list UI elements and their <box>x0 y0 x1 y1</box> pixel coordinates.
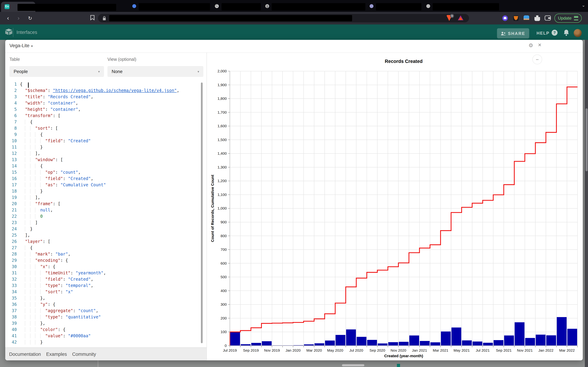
extension-phantom-icon[interactable] <box>502 15 508 21</box>
wallet-icon[interactable] <box>545 15 551 21</box>
help-button[interactable]: HELP <box>536 31 550 36</box>
block-type-dropdown[interactable]: Vega-Lite▾ <box>9 43 33 48</box>
code-line[interactable]: 39 }, <box>5 320 206 326</box>
close-icon[interactable]: × <box>538 42 541 49</box>
code-line[interactable]: 4 "width": "container", <box>5 100 206 106</box>
code-line[interactable]: 17 "as": "Cumulative Count" <box>5 182 206 188</box>
line-number: 1 <box>5 81 20 87</box>
code-line[interactable]: 1{ <box>5 81 206 87</box>
code-line[interactable]: 24 } <box>5 226 206 232</box>
code-line[interactable]: 37 "aggregate": "count", <box>5 308 206 314</box>
code-scrollbar-thumb[interactable] <box>201 83 203 343</box>
bar-series[interactable] <box>230 317 577 345</box>
url-bar[interactable] <box>98 14 469 22</box>
link-community[interactable]: Community <box>72 351 96 357</box>
x-tick-label: Jul 2020 <box>349 348 363 352</box>
user-avatar[interactable] <box>574 29 582 37</box>
code-line[interactable]: 3 "title": "Records Created", <box>5 94 206 100</box>
code-line[interactable]: 36 "y": { <box>5 301 206 308</box>
share-button[interactable]: SHARE <box>497 28 529 38</box>
code-line[interactable]: 12 ], <box>5 150 206 157</box>
code-line[interactable]: 10 "field": "Created" <box>5 138 206 144</box>
extension-avatar-icon[interactable] <box>524 15 529 21</box>
forward-button[interactable]: › <box>15 14 22 22</box>
code-line[interactable]: 7 { <box>5 119 206 125</box>
code-line[interactable]: 19 ], <box>5 194 206 201</box>
code-editor[interactable]: 1{2 "$schema": "https://vega.github.io/s… <box>5 81 206 347</box>
code-line[interactable]: 6 "transform": [ <box>5 113 206 119</box>
bar <box>504 335 514 346</box>
y-tick-label: 2,000 <box>217 69 227 73</box>
code-line[interactable]: 22 0 <box>5 213 206 219</box>
y-tick-label: 1,600 <box>217 124 227 128</box>
code-line[interactable]: 9 { <box>5 131 206 138</box>
code-line[interactable]: 11 } <box>5 144 206 150</box>
x-tick-label: Jan 2021 <box>412 348 427 352</box>
back-button[interactable]: ‹ <box>4 14 12 22</box>
code-line[interactable]: 38 "type": "quantitative" <box>5 314 206 320</box>
line-number: 18 <box>5 188 20 194</box>
brave-rewards-icon[interactable] <box>458 15 463 20</box>
tab-search-chevron-icon[interactable]: ⌄ <box>582 3 585 8</box>
settings-gear-icon[interactable]: ⚙ <box>528 42 533 49</box>
bar <box>441 332 451 346</box>
bar <box>483 343 493 345</box>
code-line[interactable]: 16 "field": "Created", <box>5 175 206 182</box>
notifications-bell-icon[interactable] <box>563 29 570 36</box>
reload-button[interactable]: ↻ <box>26 14 34 22</box>
bookmark-icon[interactable] <box>90 15 95 20</box>
code-line[interactable]: 18 } <box>5 188 206 194</box>
code-line[interactable]: 21 null, <box>5 207 206 213</box>
bar <box>473 342 482 346</box>
link-examples[interactable]: Examples <box>46 351 67 357</box>
code-line[interactable]: 35 }, <box>5 295 206 301</box>
code-line[interactable]: 14 { <box>5 163 206 169</box>
code-line[interactable]: 15 "op": "count", <box>5 169 206 175</box>
y-tick-label: 1,300 <box>217 165 227 169</box>
line-number: 8 <box>5 125 20 131</box>
x-tick-label: Jul 2021 <box>476 348 490 352</box>
update-menu-button[interactable]: Update <box>554 14 582 23</box>
bar <box>251 343 261 346</box>
code-line[interactable]: 40 "color": { <box>5 326 206 333</box>
chart-menu-button[interactable]: ••• <box>533 55 542 64</box>
text-cursor <box>28 83 28 88</box>
code-line[interactable]: 34 "sort": "x" <box>5 289 206 295</box>
bar <box>367 340 377 346</box>
code-line[interactable]: 13 "window": [ <box>5 157 206 163</box>
x-tick-label: Nov 2020 <box>391 348 406 352</box>
code-line[interactable]: 20 "frame": [ <box>5 201 206 207</box>
code-line[interactable]: 32 "field": "Created", <box>5 276 206 283</box>
code-line[interactable]: 23 ] <box>5 219 206 226</box>
code-line[interactable]: 31 "timeUnit": "yearmonth", <box>5 270 206 276</box>
code-line[interactable]: 2 "$schema": "https://vega.github.io/sch… <box>5 87 206 94</box>
page-horizontal-scrollbar[interactable] <box>342 364 364 366</box>
window-scrollbar-thumb[interactable] <box>585 108 588 171</box>
code-line[interactable]: 33 "type": "temporal", <box>5 283 206 289</box>
x-axis-title: Created (year-month) <box>384 354 423 358</box>
view-select[interactable]: None ▾ <box>107 66 203 77</box>
window-scrollbar-track[interactable] <box>585 40 588 367</box>
y-tick-label: 300 <box>221 302 227 306</box>
editor-footer: Documentation Examples Community <box>5 347 207 360</box>
nav-interfaces[interactable]: Interfaces <box>17 30 37 35</box>
block-type-label: Vega-Lite <box>9 43 29 48</box>
table-select[interactable]: People ▾ <box>9 66 104 77</box>
code-line[interactable]: 42 } <box>5 339 206 345</box>
help-question-icon[interactable]: ? <box>552 30 558 36</box>
code-line[interactable]: 27 { <box>5 245 206 251</box>
code-line[interactable]: 25 ], <box>5 232 206 238</box>
code-line[interactable]: 5 "height": "container", <box>5 106 206 113</box>
code-line[interactable]: 29 "encoding": { <box>5 257 206 264</box>
code-line[interactable]: 41 "value": "#0000aa" <box>5 333 206 339</box>
code-line[interactable]: 8 "sort": [ <box>5 125 206 131</box>
y-tick-label: 200 <box>221 316 227 320</box>
bar <box>557 317 567 345</box>
extension-metamask-icon[interactable] <box>513 15 519 21</box>
y-tick-label: 600 <box>221 261 227 265</box>
code-line[interactable]: 30 "x": { <box>5 264 206 270</box>
table-select-value: People <box>14 69 28 74</box>
code-line[interactable]: 28 "mark": "bar", <box>5 251 206 257</box>
link-documentation[interactable]: Documentation <box>9 351 41 357</box>
code-line[interactable]: 26 "layer": [ <box>5 238 206 245</box>
